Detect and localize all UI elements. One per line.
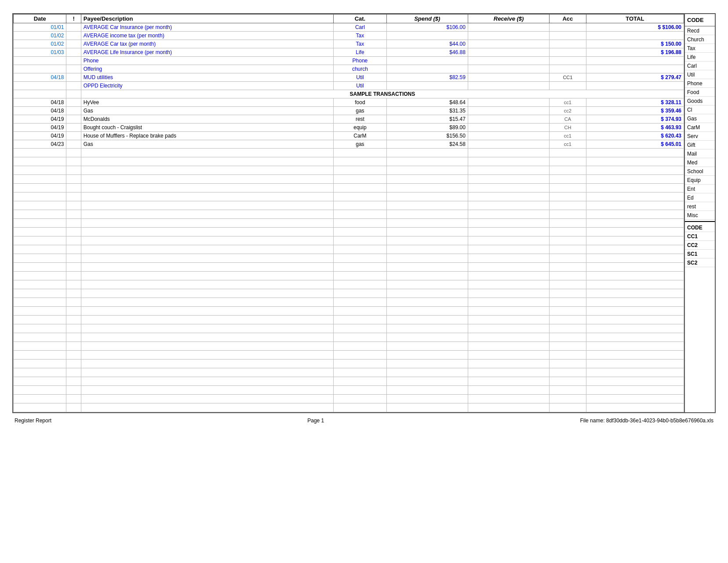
empty-spend: [386, 263, 468, 272]
cell-payee: House of Mufflers - Replace brake pads: [81, 132, 333, 140]
cell-total: $ 328.11: [586, 98, 684, 107]
empty-row: [14, 280, 684, 289]
header-row: Date ! Payee/Description Cat. Spend ($) …: [14, 15, 684, 23]
empty-bang: [66, 166, 81, 175]
code-item: Goods: [685, 97, 715, 105]
cell-spend: $106.00: [386, 23, 468, 32]
cell-receive: [468, 65, 549, 73]
empty-payee: [81, 254, 333, 263]
empty-date: [14, 272, 66, 280]
empty-bang: [66, 219, 81, 228]
cell-receive: [468, 57, 549, 65]
empty-bang: [66, 342, 81, 351]
code-footer-item: SC2: [685, 258, 715, 267]
empty-payee: [81, 342, 333, 351]
cell-total: $ 374.93: [586, 115, 684, 123]
empty-bang: [66, 149, 81, 157]
empty-spend: [386, 219, 468, 228]
empty-total: [586, 316, 684, 324]
empty-acc: [550, 149, 586, 157]
cell-bang: [66, 132, 81, 140]
empty-receive: [468, 395, 549, 403]
cell-date: 04/18: [14, 73, 66, 82]
empty-payee: [81, 289, 333, 298]
code-item: Life: [685, 53, 715, 62]
empty-acc: [550, 368, 586, 377]
empty-bang: [66, 263, 81, 272]
table-row: 04/18 HyVee food $48.64 cc1 $ 328.11: [14, 98, 684, 107]
empty-payee: [81, 368, 333, 377]
main-table-container: Date ! Payee/Description Cat. Spend ($) …: [13, 14, 684, 412]
empty-bang: [66, 298, 81, 307]
cell-payee: AVERAGE Car tax (per month): [81, 40, 333, 48]
empty-spend: [386, 149, 468, 157]
cell-date: 04/19: [14, 132, 66, 140]
empty-bang: [66, 254, 81, 263]
empty-payee: [81, 324, 333, 333]
cell-date: 04/18: [14, 107, 66, 115]
empty-acc: [550, 157, 586, 166]
code-sidebar: CODE RecdChurchTaxLifeCarlUtilPhoneFoodG…: [684, 14, 715, 412]
empty-acc: [550, 193, 586, 201]
empty-receive: [468, 368, 549, 377]
cell-date: [14, 57, 66, 65]
empty-cat: [334, 368, 386, 377]
cell-acc: CH: [550, 123, 586, 132]
empty-bang: [66, 316, 81, 324]
cell-bang: [66, 107, 81, 115]
empty-spend: [386, 236, 468, 245]
empty-receive: [468, 289, 549, 298]
cell-total: [586, 82, 684, 90]
cell-spend: $31.35: [386, 107, 468, 115]
code-item: Serv: [685, 132, 715, 141]
empty-payee: [81, 351, 333, 360]
cell-total: $ $106.00: [586, 23, 684, 32]
code-footer-container: CODECC1CC2SC1SC2: [685, 223, 715, 267]
empty-row: [14, 333, 684, 342]
empty-total: [586, 395, 684, 403]
code-item: Recd: [685, 26, 715, 35]
cell-receive: [468, 23, 549, 32]
empty-cat: [334, 289, 386, 298]
empty-date: [14, 377, 66, 386]
empty-date: [14, 254, 66, 263]
empty-payee: [81, 316, 333, 324]
empty-acc: [550, 377, 586, 386]
empty-spend: [386, 166, 468, 175]
header-date: Date: [14, 15, 66, 23]
empty-payee: [81, 298, 333, 307]
empty-cat: [334, 307, 386, 316]
empty-receive: [468, 403, 549, 412]
empty-spend: [386, 333, 468, 342]
empty-cat: [334, 263, 386, 272]
cell-cat: Util: [334, 73, 386, 82]
empty-spend: [386, 175, 468, 184]
code-item: Util: [685, 70, 715, 79]
empty-total: [586, 280, 684, 289]
empty-total: [586, 289, 684, 298]
cell-total: $ 359.46: [586, 107, 684, 115]
empty-row: [14, 351, 684, 360]
empty-row: [14, 298, 684, 307]
code-footer-item: SC1: [685, 250, 715, 258]
cell-bang: [66, 48, 81, 57]
code-item: Misc: [685, 211, 715, 220]
empty-cat: [334, 228, 386, 236]
empty-date: [14, 307, 66, 316]
empty-spend: [386, 403, 468, 412]
table-row: 04/23 Gas gas $24.58 cc1 $ 645.01: [14, 140, 684, 149]
empty-date: [14, 157, 66, 166]
empty-acc: [550, 184, 586, 193]
empty-row: [14, 184, 684, 193]
empty-payee: [81, 307, 333, 316]
cell-total: $ 463.93: [586, 123, 684, 132]
empty-total: [586, 324, 684, 333]
spreadsheet: Date ! Payee/Description Cat. Spend ($) …: [12, 13, 716, 413]
code-item: rest: [685, 202, 715, 211]
code-header: CODE: [685, 14, 715, 26]
empty-acc: [550, 333, 586, 342]
empty-bang: [66, 403, 81, 412]
empty-row: [14, 263, 684, 272]
cell-spend: [386, 32, 468, 40]
empty-payee: [81, 201, 333, 210]
